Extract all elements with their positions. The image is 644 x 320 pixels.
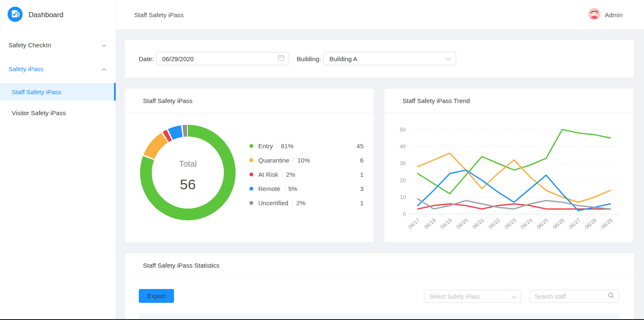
- legend-divider: [284, 186, 285, 191]
- y-axis-tick-label: 0: [403, 211, 406, 217]
- legend-label: Quarantine: [258, 157, 289, 164]
- safety-ipass-select[interactable]: Select Safety iPass: [424, 290, 521, 303]
- legend-label: At Risk: [258, 171, 278, 178]
- chevron-down-icon: [512, 293, 517, 300]
- trend-line-chart: 0102030405006/1706/1806/1906/2006/2106/2…: [384, 113, 633, 242]
- legend-divider: [282, 171, 283, 177]
- brand: Dashboard: [0, 0, 116, 30]
- search-placeholder: Search staff: [535, 293, 566, 300]
- building-select[interactable]: Building A: [323, 52, 456, 65]
- x-axis-tick-label: 06/26: [552, 217, 566, 230]
- trend-line-entry: [418, 129, 610, 194]
- sidebar-item-label: Safety iPass: [8, 65, 43, 72]
- legend-percent: 10%: [297, 157, 310, 164]
- brand-title: Dashboard: [29, 11, 63, 19]
- date-input[interactable]: 06/29/2020: [156, 52, 289, 65]
- card-title: Staff Safety iPass: [125, 89, 374, 113]
- statistics-card: Staff Safety iPass Statistics Export Sel…: [125, 253, 634, 319]
- x-axis-tick-label: 06/19: [439, 217, 453, 230]
- legend-divider: [277, 143, 277, 149]
- date-label: Date:: [139, 55, 154, 62]
- card-title: Staff Safety iPass Trend: [384, 89, 633, 113]
- sidebar-item-label: Visitor Safety iPass: [12, 109, 66, 116]
- sidebar-item-label: Staff Safety iPass: [12, 88, 61, 95]
- y-axis-tick-label: 50: [400, 126, 406, 133]
- y-axis-tick-label: 20: [400, 177, 406, 183]
- x-axis-tick-label: 06/29: [600, 217, 614, 230]
- chevron-down-icon: [446, 55, 451, 62]
- legend-divider: [292, 200, 293, 206]
- x-axis-tick-label: 06/25: [536, 217, 550, 230]
- sidebar-item-visitor-safety-ipass[interactable]: Visitor Safety iPass: [0, 104, 116, 121]
- legend-divider: [293, 157, 293, 163]
- x-axis-tick-label: 06/18: [423, 217, 437, 230]
- legend-dot-icon: [249, 158, 253, 162]
- staff-search-input[interactable]: Search staff: [529, 290, 619, 303]
- legend-count: 45: [356, 142, 364, 150]
- donut-legend: Entry81%45Quarantine10%6At Risk2%1Remote…: [249, 142, 364, 213]
- x-axis-tick-label: 06/20: [455, 217, 469, 230]
- sidebar-item-staff-safety-ipass[interactable]: Staff Safety iPass: [0, 83, 116, 101]
- app-logo-icon: [8, 7, 23, 23]
- legend-dot-icon: [249, 201, 253, 205]
- x-axis-tick-label: 06/22: [488, 217, 501, 230]
- legend-item-uncertified[interactable]: Uncertified2%1: [249, 199, 364, 207]
- legend-dot-icon: [249, 144, 253, 148]
- x-axis-tick-label: 06/28: [584, 217, 598, 230]
- chevron-down-icon: [101, 41, 106, 49]
- x-axis-tick-label: 06/17: [407, 217, 421, 230]
- export-button[interactable]: Export: [139, 289, 174, 303]
- page-title: Staff Safety iPass: [134, 0, 184, 29]
- x-axis-tick-label: 06/27: [568, 217, 582, 230]
- top-header: Staff Safety iPass Admin: [116, 0, 644, 29]
- legend-item-entry[interactable]: Entry81%45: [249, 142, 364, 150]
- legend-percent: 5%: [288, 185, 298, 192]
- x-axis-tick-label: 06/23: [504, 217, 517, 230]
- sidebar-item-safety-ipass[interactable]: Safety iPass: [0, 60, 116, 77]
- legend-percent: 2%: [296, 199, 306, 206]
- legend-percent: 81%: [281, 142, 293, 150]
- sidebar-item-label: Safety CheckIn: [8, 41, 51, 49]
- chevron-up-icon: [101, 65, 106, 72]
- select-placeholder: Select Safety iPass: [429, 293, 480, 300]
- legend-dot-icon: [249, 173, 253, 176]
- legend-count: 6: [360, 157, 364, 164]
- card-title: Staff Safety iPass Statistics: [125, 253, 634, 278]
- sidebar-item-safety-checkin[interactable]: Safety CheckIn: [0, 36, 116, 53]
- active-indicator: [114, 83, 116, 101]
- donut-center-label: Total: [179, 159, 197, 168]
- legend-item-at-risk[interactable]: At Risk2%1: [249, 170, 364, 178]
- donut-center-value: 56: [180, 176, 196, 192]
- legend-count: 3: [360, 185, 364, 192]
- legend-dot-icon: [249, 187, 253, 191]
- legend-count: 1: [360, 171, 364, 178]
- user-menu[interactable]: Admin: [588, 0, 623, 29]
- legend-count: 1: [360, 199, 364, 206]
- y-axis-tick-label: 30: [400, 160, 406, 166]
- legend-item-quarantine[interactable]: Quarantine10%6: [249, 156, 364, 164]
- x-axis-tick-label: 06/21: [471, 217, 485, 230]
- sidebar: Dashboard Safety CheckIn Safety iPass St…: [0, 0, 116, 319]
- building-value: Building A: [329, 55, 357, 62]
- legend-label: Entry: [258, 142, 273, 150]
- trend-card: Staff Safety iPass Trend 0102030405006/1…: [384, 89, 633, 242]
- date-value: 06/29/2020: [162, 55, 194, 62]
- legend-percent: 2%: [286, 171, 296, 178]
- search-icon[interactable]: [608, 292, 614, 300]
- legend-label: Uncertified: [258, 199, 288, 206]
- calendar-icon[interactable]: [278, 54, 284, 63]
- y-axis-tick-label: 40: [400, 143, 406, 150]
- avatar[interactable]: [588, 8, 600, 22]
- legend-item-remote[interactable]: Remote5%3: [249, 184, 364, 193]
- table-header-row: [139, 313, 620, 319]
- legend-label: Remote: [258, 185, 280, 192]
- building-label: Building:: [297, 55, 321, 62]
- y-axis-tick-label: 10: [400, 194, 406, 200]
- user-name: Admin: [605, 11, 623, 18]
- staff-safety-ipass-card: Staff Safety iPass Total56 Entry81%45Qua…: [125, 89, 374, 242]
- filter-bar: Date: 06/29/2020 Building: Building A: [125, 40, 634, 77]
- x-axis-tick-label: 06/24: [519, 217, 533, 230]
